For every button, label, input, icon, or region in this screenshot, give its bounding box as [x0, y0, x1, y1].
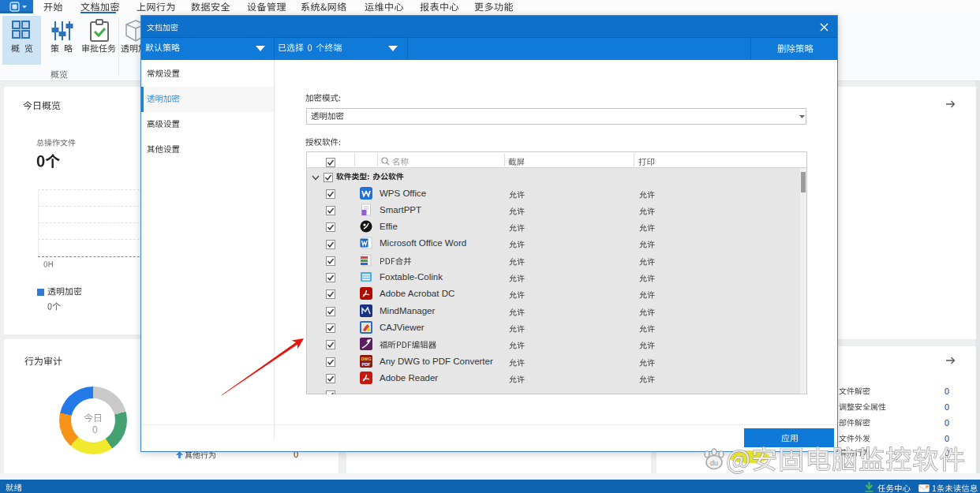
svg-text:du: du [710, 459, 718, 467]
svg-text:DWG: DWG [361, 357, 371, 361]
svg-text:PDF: PDF [362, 362, 371, 367]
